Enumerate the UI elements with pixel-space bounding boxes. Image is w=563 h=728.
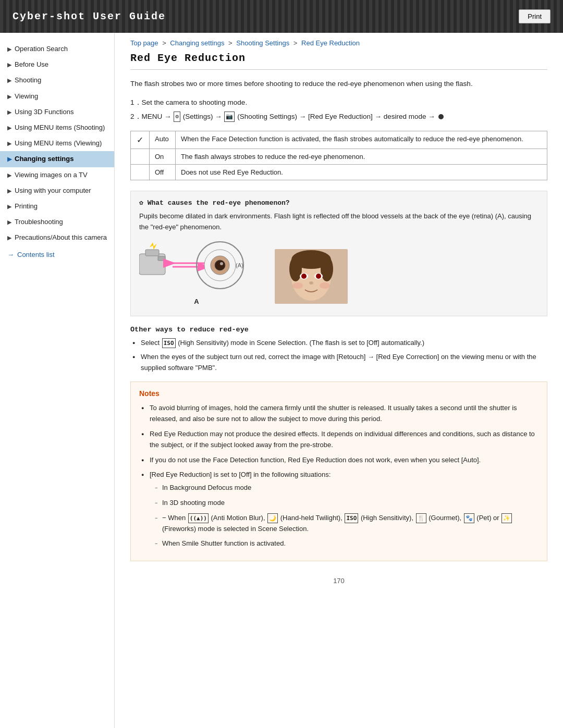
step-1-text: 1．Set the camera to shooting mode. <box>130 98 247 106</box>
svg-marker-3 <box>150 242 157 250</box>
breadcrumb: Top page > Changing settings > Shooting … <box>130 33 547 52</box>
sidebar-item-label: Using MENU items (Shooting) <box>15 123 105 132</box>
notes-item-2: Red Eye Reduction may not produce the de… <box>141 429 538 451</box>
notes-item-3: If you do not use the Face Detection fun… <box>141 455 538 466</box>
info-box-text: Pupils become dilated in dark environmen… <box>139 211 538 233</box>
sidebar-item-label: Shooting <box>15 76 41 85</box>
iso-icon-2: ISO <box>345 513 358 524</box>
sidebar-item-viewing[interactable]: ▶ Viewing <box>0 89 114 104</box>
svg-rect-1 <box>145 250 159 256</box>
sidebar-item-precautions[interactable]: ▶ Precautions/About this camera <box>0 230 114 245</box>
sub-list-item-2: In 3D shooting mode <box>155 498 538 509</box>
svg-point-9 <box>215 260 225 270</box>
info-box-title: ✿ What causes the red-eye phenomenon? <box>139 199 538 207</box>
sidebar-item-label: Operation Search <box>15 44 68 54</box>
arrow-right-icon: → <box>7 251 14 258</box>
table-mode-off: Off <box>150 165 176 180</box>
eye-diagram-svg: (A) <box>139 238 254 295</box>
sidebar-item-label: Using MENU items (Viewing) <box>15 139 102 148</box>
sidebar-item-viewing-tv[interactable]: ▶ Viewing images on a TV <box>0 167 114 183</box>
sidebar-item-printing[interactable]: ▶ Printing <box>0 199 114 214</box>
info-box: ✿ What causes the red-eye phenomenon? Pu… <box>130 191 547 316</box>
table-desc-on: The flash always strobes to reduce the r… <box>176 149 547 165</box>
list-item: When the eyes of the subject turn out re… <box>132 352 547 374</box>
arrow-icon: ▶ <box>7 45 11 53</box>
notes-title: Notes <box>139 389 538 398</box>
table-mode-auto: Auto <box>150 131 176 149</box>
table-desc-auto: When the Face Detection function is acti… <box>176 131 547 149</box>
arrow-icon: ▶ <box>7 93 11 101</box>
svg-point-18 <box>301 274 307 279</box>
arrow-icon: ▶ <box>7 171 11 179</box>
other-ways-list: Select ISO (High Sensitivity) mode in Sc… <box>130 338 547 373</box>
arrow-icon: ▶ <box>7 218 11 226</box>
svg-rect-2 <box>158 256 165 261</box>
svg-point-21 <box>309 281 313 285</box>
sidebar-item-label: Viewing <box>15 92 38 101</box>
arrow-icon: ▶ <box>7 187 11 195</box>
svg-point-15 <box>289 256 302 281</box>
sub-list-item-1: In Background Defocus mode <box>155 483 538 493</box>
arrow-icon: ▶ <box>7 124 11 132</box>
anti-motion-icon: ((▲)) <box>188 513 209 524</box>
sidebar-item-changing-settings[interactable]: ▶ Changing settings <box>0 151 114 167</box>
sub-list-item-4: When Smile Shutter function is activated… <box>155 538 538 549</box>
svg-point-23 <box>320 282 330 289</box>
notes-item-4: [Red Eye Reduction] is set to [Off] in t… <box>141 470 538 549</box>
child-photo <box>275 249 348 305</box>
page-number: 170 <box>130 572 547 590</box>
arrow-icon: ▶ <box>7 234 11 242</box>
camera-settings-icon: 📷 <box>224 112 235 122</box>
header: Cyber-shot User Guide Print <box>0 0 563 33</box>
arrow-icon: ▶ <box>7 140 11 147</box>
breadcrumb-sep-1: > <box>162 39 168 47</box>
sidebar-item-label: Viewing images on a TV <box>15 170 88 180</box>
table-row: On The flash always strobes to reduce th… <box>131 149 547 165</box>
sidebar-item-operation-search[interactable]: ▶ Operation Search <box>0 41 114 57</box>
other-ways-title: Other ways to reduce red-eye <box>130 326 547 334</box>
sidebar-item-menu-shooting[interactable]: ▶ Using MENU items (Shooting) <box>0 120 114 135</box>
child-photo-svg <box>275 249 348 304</box>
settings-table: ✓ Auto When the Face Detection function … <box>130 131 547 180</box>
svg-point-22 <box>292 282 303 289</box>
svg-point-16 <box>321 256 333 281</box>
notes-box: Notes To avoid blurring of images, hold … <box>130 381 547 561</box>
page-layout: ▶ Operation Search ▶ Before Use ▶ Shooti… <box>0 33 563 728</box>
sidebar-item-label: Changing settings <box>15 154 74 164</box>
sidebar-item-3d-functions[interactable]: ▶ Using 3D Functions <box>0 104 114 120</box>
steps-section: 1．Set the camera to shooting mode. 2．MEN… <box>130 97 547 123</box>
list-item: Select ISO (High Sensitivity) mode in Sc… <box>132 338 547 349</box>
breadcrumb-shooting-settings[interactable]: Shooting Settings <box>236 39 289 47</box>
breadcrumb-red-eye[interactable]: Red Eye Reduction <box>301 39 360 47</box>
main-content: Top page > Changing settings > Shooting … <box>115 33 563 728</box>
svg-point-20 <box>316 274 321 279</box>
sidebar-item-before-use[interactable]: ▶ Before Use <box>0 57 114 72</box>
sidebar-item-label: Troubleshooting <box>15 217 63 227</box>
sidebar-item-shooting[interactable]: ▶ Shooting <box>0 72 114 88</box>
table-icon-cell-off <box>131 165 150 180</box>
breadcrumb-sep-3: > <box>293 39 299 47</box>
app-title: Cyber-shot User Guide <box>13 10 166 22</box>
diagram-row: (A) A <box>139 238 538 305</box>
sidebar-item-computer[interactable]: ▶ Using with your computer <box>0 183 114 199</box>
notes-item-4-text: [Red Eye Reduction] is set to [Off] in t… <box>150 471 331 478</box>
step-2: 2．MENU → ⚙ (Settings) → 📷 (Shooting Sett… <box>130 111 547 123</box>
table-icon-cell-auto: ✓ <box>131 131 150 149</box>
sidebar-item-troubleshooting[interactable]: ▶ Troubleshooting <box>0 214 114 230</box>
sidebar-item-menu-viewing[interactable]: ▶ Using MENU items (Viewing) <box>0 135 114 151</box>
settings-icon: ⚙ <box>174 112 180 122</box>
notes-list: To avoid blurring of images, hold the ca… <box>139 403 538 549</box>
checkmark-icon: ✓ <box>137 135 143 144</box>
table-row: ✓ Auto When the Face Detection function … <box>131 131 547 149</box>
breadcrumb-changing[interactable]: Changing settings <box>170 39 224 47</box>
contents-list-link[interactable]: → Contents list <box>0 245 114 264</box>
arrow-icon: ▶ <box>7 155 11 163</box>
breadcrumb-top[interactable]: Top page <box>130 39 158 47</box>
fireworks-icon: ✨ <box>501 513 512 524</box>
gourmet-icon: 🍴 <box>416 513 426 524</box>
print-button[interactable]: Print <box>519 9 550 23</box>
svg-text:(A): (A) <box>236 262 243 268</box>
notes-item-1: To avoid blurring of images, hold the ca… <box>141 403 538 425</box>
table-mode-on: On <box>150 149 176 165</box>
step-1: 1．Set the camera to shooting mode. <box>130 97 547 109</box>
